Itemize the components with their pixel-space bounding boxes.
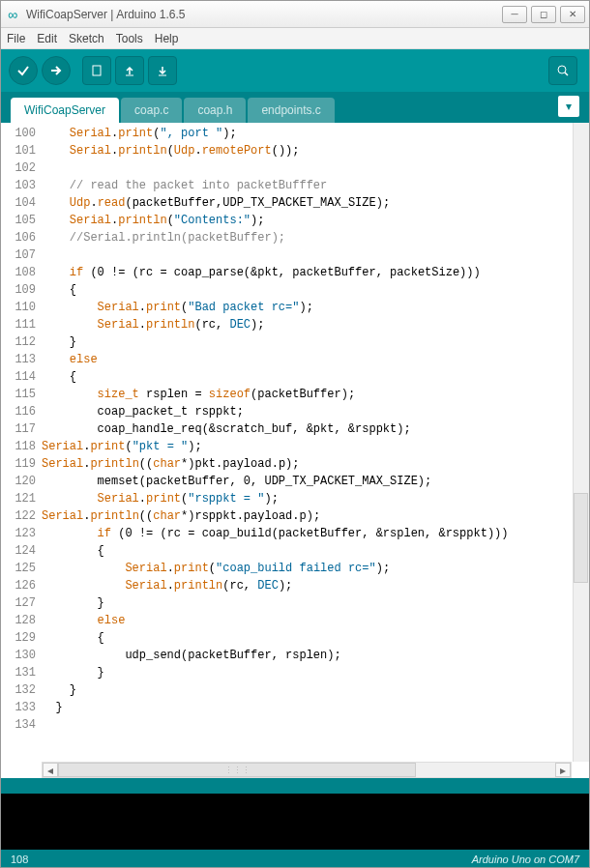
save-button[interactable]	[148, 56, 177, 85]
line-gutter: 100 101 102 103 104 105 106 107 108 109 …	[1, 123, 42, 778]
horizontal-scrollbar[interactable]: ◂ ⋮⋮⋮ ▸	[42, 762, 572, 778]
menu-file[interactable]: File	[7, 32, 25, 45]
svg-point-1	[558, 66, 566, 73]
scroll-left-icon[interactable]: ◂	[43, 763, 58, 777]
open-button[interactable]	[115, 56, 144, 85]
new-button[interactable]	[82, 56, 111, 85]
status-board-port: Arduino Uno on COM7	[472, 854, 579, 865]
tab-endpoints-c[interactable]: endpoints.c	[248, 98, 334, 123]
menu-bar: File Edit Sketch Tools Help	[1, 28, 589, 49]
tab-menu-dropdown[interactable]: ▾	[558, 96, 579, 117]
status-bar: 108 Arduino Uno on COM7	[1, 850, 589, 868]
tab-bar: WifiCoapServer coap.c coap.h endpoints.c…	[1, 92, 589, 123]
status-line-number: 108	[11, 854, 28, 865]
scroll-right-icon[interactable]: ▸	[555, 763, 571, 777]
vertical-scrollbar[interactable]	[573, 123, 589, 762]
code-editor[interactable]: 100 101 102 103 104 105 106 107 108 109 …	[1, 123, 589, 778]
tab-coap-h[interactable]: coap.h	[184, 98, 246, 123]
verify-button[interactable]	[9, 56, 38, 85]
menu-help[interactable]: Help	[155, 32, 179, 45]
minimize-button[interactable]: ─	[502, 6, 527, 23]
app-icon: ∞	[5, 7, 20, 22]
code-area[interactable]: Serial.print(", port "); Serial.println(…	[42, 123, 589, 778]
tab-coap-c[interactable]: coap.c	[121, 98, 182, 123]
tab-wificoapserver[interactable]: WifiCoapServer	[11, 98, 119, 123]
console-divider	[1, 778, 589, 794]
serial-monitor-button[interactable]	[548, 56, 577, 85]
maximize-button[interactable]: ◻	[531, 6, 556, 23]
vertical-scroll-thumb[interactable]	[574, 493, 588, 583]
close-button[interactable]: ✕	[560, 6, 585, 23]
console-output[interactable]	[1, 794, 589, 850]
toolbar	[1, 49, 589, 92]
horizontal-scroll-thumb[interactable]: ⋮⋮⋮	[58, 763, 416, 777]
menu-edit[interactable]: Edit	[37, 32, 57, 45]
svg-rect-0	[93, 66, 101, 75]
title-bar: ∞ WifiCoapServer | Arduino 1.6.5 ─ ◻ ✕	[1, 1, 589, 28]
window-title: WifiCoapServer | Arduino 1.6.5	[26, 8, 498, 21]
menu-sketch[interactable]: Sketch	[69, 32, 104, 45]
upload-button[interactable]	[42, 56, 71, 85]
menu-tools[interactable]: Tools	[116, 32, 143, 45]
